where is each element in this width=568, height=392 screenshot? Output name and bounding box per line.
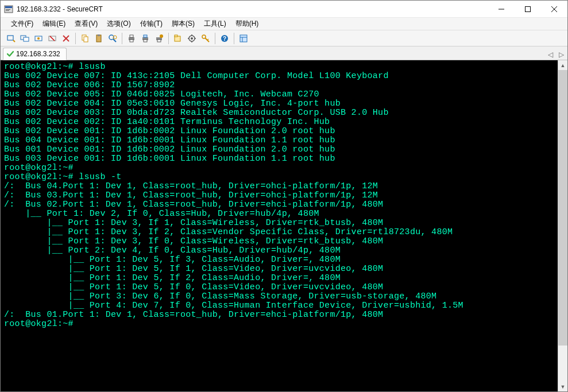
terminal-output[interactable]: root@okg2l:~# lsusb Bus 002 Device 007: … [1,60,558,391]
print-icon[interactable] [125,32,138,45]
svg-rect-2 [6,9,10,10]
window-controls [488,1,567,18]
svg-line-43 [207,39,208,40]
svg-rect-28 [144,35,147,37]
terminal-area: root@okg2l:~# lsusb Bus 002 Device 007: … [1,60,567,391]
svg-line-14 [50,36,55,41]
new-tab-icon[interactable] [172,32,184,45]
toolbar-separator [234,33,234,44]
scroll-up-button[interactable]: ▲ [558,60,567,70]
toolbar-separator [122,33,122,44]
tabbar: 192.168.3.232 ◁ ▷ [1,46,567,60]
toolbar: ? [1,30,567,46]
svg-point-36 [191,37,193,40]
svg-rect-5 [526,6,531,11]
reconnect-icon[interactable] [18,32,31,45]
help-icon[interactable]: ? [218,32,231,45]
menu-help[interactable]: 帮助(H) [231,18,264,30]
disconnect-icon[interactable] [46,32,59,45]
svg-rect-20 [98,34,100,36]
svg-rect-25 [130,35,133,37]
paste-icon[interactable] [92,32,105,45]
session-mgr-icon[interactable] [237,32,250,45]
menu-transfer[interactable]: 传输(T) [136,18,167,30]
svg-rect-29 [144,40,147,42]
svg-rect-8 [7,36,13,40]
find-icon[interactable] [106,32,119,45]
svg-line-22 [113,39,116,42]
key-icon[interactable] [199,32,212,45]
svg-point-12 [37,37,40,40]
scroll-thumb[interactable] [558,70,567,346]
session-tab[interactable]: 192.168.3.232 [3,48,67,60]
menu-file[interactable]: 文件(F) [6,18,38,30]
menu-options[interactable]: 选项(O) [102,18,135,30]
menu-tools[interactable]: 工具(L) [199,18,231,30]
titlebar: 192.168.3.232 - SecureCRT [1,1,567,18]
menu-view[interactable]: 查看(V) [70,18,102,30]
vertical-scrollbar[interactable]: ▲ ▼ [558,60,567,391]
toolbar-separator [168,33,169,44]
menu-script[interactable]: 脚本(S) [167,18,199,30]
maximize-button[interactable] [515,1,541,18]
stop-icon[interactable] [60,32,72,45]
svg-rect-26 [130,40,133,42]
menubar: 文件(F) 编辑(E) 查看(V) 选项(O) 传输(T) 脚本(S) 工具(L… [1,18,567,30]
svg-rect-3 [6,10,9,11]
tab-nav: ◁ ▷ [547,49,567,60]
reconnect-alt-icon[interactable] [32,32,45,45]
connected-icon [7,51,14,57]
app-icon [4,5,13,14]
settings-icon[interactable] [186,32,198,45]
svg-rect-10 [24,37,29,41]
print-screen-icon[interactable] [139,32,152,45]
menu-edit[interactable]: 编辑(E) [38,18,70,30]
svg-rect-46 [240,35,247,42]
svg-point-32 [160,34,163,38]
svg-rect-18 [84,37,88,42]
minimize-button[interactable] [488,1,515,18]
quick-connect-icon[interactable] [5,32,17,45]
svg-text:?: ? [223,36,226,42]
window-title: 192.168.3.232 - SecureCRT [17,5,488,13]
tab-next-button[interactable]: ▷ [558,49,565,60]
tab-prev-button[interactable]: ◁ [547,49,554,60]
print-setup-icon[interactable] [153,32,165,45]
scroll-down-button[interactable]: ▼ [558,382,567,391]
toolbar-separator [215,33,215,44]
svg-rect-31 [157,40,161,42]
tab-label: 192.168.3.232 [16,50,60,58]
svg-rect-34 [175,35,177,37]
toolbar-separator [75,33,76,44]
svg-rect-1 [5,6,12,8]
close-button[interactable] [541,1,567,18]
copy-icon[interactable] [79,32,91,45]
